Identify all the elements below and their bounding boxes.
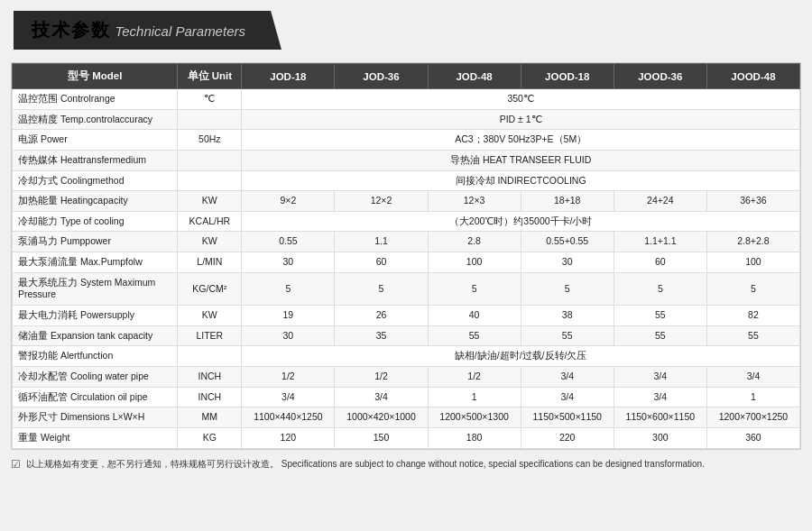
row-cell: 5: [428, 272, 521, 305]
row-cell: 2.8+2.8: [706, 232, 799, 252]
row-label: 循环油配管 Circulation oil pipe: [13, 387, 178, 407]
row-cell: 26: [335, 306, 428, 326]
row-cell: 55: [428, 325, 521, 346]
row-unit: [178, 170, 242, 191]
row-label: 泵浦马力 Pumppower: [13, 232, 178, 252]
row-unit: KCAL/HR: [178, 211, 242, 232]
row-cell: 3/4: [521, 387, 614, 407]
row-unit: KG: [178, 427, 242, 448]
row-cell: 5: [614, 272, 706, 305]
col-header-jood36: JOOD-36: [614, 64, 706, 89]
row-cell: 36+36: [706, 191, 799, 212]
row-cell: 1000×420×1000: [335, 407, 428, 428]
row-cell: 55: [614, 306, 706, 326]
header-wrapper: 技术参数 Technical Parameters: [0, 0, 812, 62]
row-cell: 55: [706, 325, 799, 346]
row-unit: ℃: [178, 89, 242, 110]
row-label: 冷却方式 Coolingmethod: [13, 170, 178, 191]
row-cell: 3/4: [614, 366, 706, 387]
row-label: 最大系统压力 System Maximum Pressure: [13, 272, 178, 305]
table-row: 重量 WeightKG120150180220300360: [13, 427, 800, 448]
row-unit: [178, 346, 242, 367]
col-header-jod18: JOD-18: [242, 64, 335, 89]
page: 技术参数 Technical Parameters 型号 Model 单位 Un…: [0, 0, 812, 471]
col-header-jood48: JOOD-48: [706, 64, 799, 89]
row-label: 储油量 Expansion tank capacity: [13, 325, 178, 346]
row-cell: 12×2: [335, 191, 428, 212]
row-cell: 55: [521, 325, 614, 346]
row-span-value: 导热油 HEAT TRANSEER FLUID: [242, 150, 800, 170]
row-cell: 12×3: [428, 191, 521, 212]
row-cell: 1150×600×1150: [614, 407, 706, 428]
row-span-value: PID ± 1℃: [242, 109, 800, 130]
row-unit: INCH: [178, 387, 242, 407]
row-cell: 38: [521, 306, 614, 326]
row-label: 冷却水配管 Cooling water pipe: [13, 366, 178, 387]
row-label: 最大泵浦流量 Max.Pumpfolw: [13, 252, 178, 273]
row-label: 温控范围 Controlrange: [13, 89, 178, 110]
row-cell: 180: [428, 427, 521, 448]
row-label: 加热能量 Heatingcapacity: [13, 191, 178, 212]
header-en: Technical Parameters: [115, 23, 245, 39]
row-cell: 1: [428, 387, 521, 407]
row-cell: 30: [242, 252, 335, 273]
row-unit: KW: [178, 191, 242, 212]
table-row: 电源 Power50HzAC3；380V 50Hz3P+E（5M）: [13, 130, 800, 151]
footer-icon: ☑: [11, 458, 21, 471]
row-cell: 40: [428, 306, 521, 326]
table-row: 温控范围 Controlrange℃350℃: [13, 89, 800, 110]
row-cell: 1/2: [335, 366, 428, 387]
row-cell: 1.1+1.1: [614, 232, 706, 252]
row-cell: 9×2: [242, 191, 335, 212]
row-cell: 3/4: [521, 366, 614, 387]
row-unit: KW: [178, 232, 242, 252]
row-cell: 55: [614, 325, 706, 346]
row-unit: L/MIN: [178, 252, 242, 273]
row-span-value: AC3；380V 50Hz3P+E（5M）: [242, 130, 800, 151]
row-cell: 150: [335, 427, 428, 448]
row-unit: [178, 109, 242, 130]
row-cell: 5: [335, 272, 428, 305]
row-cell: 100: [428, 252, 521, 273]
row-cell: 24+24: [614, 191, 706, 212]
row-cell: 1150×500×1150: [521, 407, 614, 428]
row-cell: 100: [706, 252, 799, 273]
row-unit: LITER: [178, 325, 242, 346]
row-cell: 0.55: [242, 232, 335, 252]
row-cell: 3/4: [706, 366, 799, 387]
row-cell: 1.1: [335, 232, 428, 252]
row-span-value: 缺相/缺油/超时/过载/反转/欠压: [242, 346, 800, 367]
row-cell: 1200×500×1300: [428, 407, 521, 428]
row-cell: 30: [521, 252, 614, 273]
row-cell: 18+18: [521, 191, 614, 212]
footer: ☑ 以上规格如有变更，恕不另行通知，特殊规格可另行设计改造。 Specifica…: [11, 457, 801, 471]
table-wrapper: 型号 Model 单位 Unit JOD-18 JOD-36 JOD-48 JO…: [11, 62, 801, 450]
header-zh: 技术参数: [32, 20, 111, 40]
row-cell: 5: [242, 272, 335, 305]
row-label: 外形尺寸 Dimensions L×W×H: [13, 407, 178, 428]
row-label: 温控精度 Temp.controlaccuracy: [13, 109, 178, 130]
row-cell: 5: [521, 272, 614, 305]
table-row: 警报功能 Alertfunction缺相/缺油/超时/过载/反转/欠压: [13, 346, 800, 367]
row-cell: 82: [706, 306, 799, 326]
table-row: 循环油配管 Circulation oil pipeINCH3/43/413/4…: [13, 387, 800, 407]
table-header-row: 型号 Model 单位 Unit JOD-18 JOD-36 JOD-48 JO…: [13, 64, 800, 89]
row-unit: 50Hz: [178, 130, 242, 151]
row-cell: 360: [706, 427, 799, 448]
row-unit: [178, 150, 242, 170]
row-cell: 1/2: [428, 366, 521, 387]
col-header-jod36: JOD-36: [335, 64, 428, 89]
footer-text: 以上规格如有变更，恕不另行通知，特殊规格可另行设计改造。 Specificati…: [26, 457, 705, 471]
table-row: 温控精度 Temp.controlaccuracyPID ± 1℃: [13, 109, 800, 130]
row-cell: 1/2: [242, 366, 335, 387]
table-row: 冷却方式 Coolingmethod间接冷却 INDIRECTCOOLING: [13, 170, 800, 191]
row-span-value: （大200℃时）约35000千卡/小时: [242, 211, 800, 232]
col-header-jod48: JOD-48: [428, 64, 521, 89]
row-label: 警报功能 Alertfunction: [13, 346, 178, 367]
table-row: 储油量 Expansion tank capacityLITER30355555…: [13, 325, 800, 346]
row-span-value: 350℃: [242, 89, 800, 110]
row-label: 传热媒体 Heattransfermedium: [13, 150, 178, 170]
table-row: 传热媒体 Heattransfermedium导热油 HEAT TRANSEER…: [13, 150, 800, 170]
row-label: 冷却能力 Type of cooling: [13, 211, 178, 232]
row-unit: MM: [178, 407, 242, 428]
